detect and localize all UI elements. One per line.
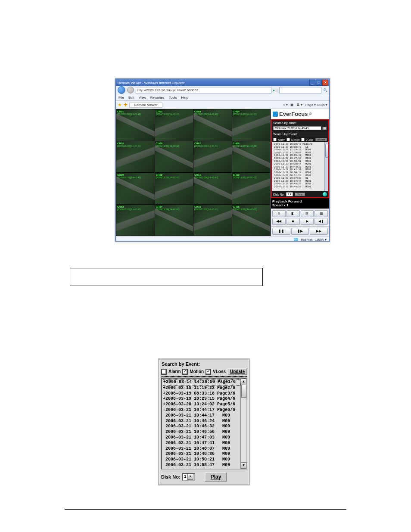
- close-button[interactable]: ✕: [322, 80, 328, 86]
- event-list[interactable]: +2006-03-14 14:26:50 Page1/6 +2006-03-15…: [161, 378, 247, 470]
- search-time-value[interactable]: 2006 Nov 29 Wed 14 40 43: [273, 126, 321, 130]
- list-item[interactable]: 2006-03-21 10:46:32 M09: [163, 424, 246, 429]
- list-item[interactable]: 2006-03-21 10:46:56 M09: [163, 429, 246, 435]
- camera-tile[interactable]: CH14[2006/11/29][14:40:42]: [155, 205, 193, 236]
- stop-button[interactable]: ■: [286, 218, 300, 225]
- list-item[interactable]: 2006-03-21 10:48:07 M09: [163, 446, 246, 452]
- chevron-down-icon[interactable]: ▼: [187, 474, 193, 480]
- toolbar-right[interactable]: ⌂ ▾ ▣ 🖶 ▾ Page ▾ Tools ▾: [283, 103, 327, 107]
- side-event-filters: Alarm Motion VLoss Update: [272, 137, 328, 142]
- filter-vloss-checkbox[interactable]: [206, 369, 211, 375]
- camera-tile[interactable]: CH04[2006/11/29][14:40:42]: [232, 109, 271, 141]
- search-box[interactable]: [279, 87, 321, 93]
- add-favorite-icon[interactable]: ✚: [124, 102, 128, 108]
- list-item[interactable]: +2006-03-14 14:26:50 Page1/6: [163, 379, 240, 386]
- pause-button[interactable]: ❚❚: [272, 228, 290, 235]
- side-disk-select[interactable]: 1 ▾: [286, 192, 293, 196]
- camera-tile[interactable]: CH12[2006/11/29][14:40:42]: [232, 173, 271, 204]
- highlighted-panel: Search by Time: 2006 Nov 29 Wed 14 40 43…: [271, 119, 329, 198]
- list-item[interactable]: 2006-03-21 10:46:24 M09: [163, 419, 246, 424]
- view-split-button[interactable]: ◧: [286, 210, 300, 217]
- scroll-up-icon[interactable]: ▲: [241, 379, 246, 385]
- search-icon[interactable]: 🔍: [323, 88, 327, 92]
- forward-button[interactable]: [127, 87, 134, 93]
- update-button[interactable]: Update: [227, 368, 247, 375]
- filter-alarm-checkbox[interactable]: [273, 138, 277, 141]
- camera-grid: CH01[2006/11/29][14:40:42] CH02[2006/11/…: [116, 109, 271, 236]
- camera-tile[interactable]: CH07[2006/11/29][14:40:42]: [193, 141, 232, 173]
- camera-tile[interactable]: CH11[2006/11/29][14:40:42]: [193, 173, 232, 204]
- search-by-time-label: Search by Time:: [272, 120, 328, 126]
- filter-motion-checkbox[interactable]: [182, 369, 188, 375]
- list-item[interactable]: 2006-03-21 10:58:47 M09: [163, 463, 246, 468]
- playback-controls-row2: ❚❚ ❚▶ ▶▶: [271, 226, 329, 236]
- camera-tile[interactable]: CH10[2006/11/29][14:40:42]: [155, 173, 193, 204]
- list-item[interactable]: 2006-03-21 10:44:17 M09: [163, 413, 246, 419]
- filter-alarm-checkbox[interactable]: [161, 369, 167, 375]
- search-by-event-label: Search by Event:: [272, 131, 328, 137]
- side-event-list[interactable]: -2006-11-28 15:39:49 Page1/1 2006-11-28 …: [272, 142, 328, 191]
- disk-no-select[interactable]: 1 ▼: [182, 473, 195, 481]
- play-button[interactable]: ▶: [301, 218, 314, 225]
- favorites-star-icon[interactable]: ★: [118, 102, 122, 108]
- brand-logo: EverFocus®: [271, 109, 329, 119]
- scroll-down-icon[interactable]: ▼: [241, 462, 246, 469]
- list-item[interactable]: +2006-03-15 11:19:23 Page2/6: [163, 386, 246, 391]
- camera-tile[interactable]: CH06[2006/11/29][14:40:42]: [155, 141, 193, 173]
- rewind-button[interactable]: ◀◀: [272, 218, 286, 225]
- view-grid-button[interactable]: ▦: [314, 210, 328, 217]
- camera-tile[interactable]: CH02[2006/11/29][14:40:42]: [155, 109, 193, 141]
- feeds-icon[interactable]: ▣: [290, 103, 294, 107]
- scroll-thumb[interactable]: [241, 385, 246, 398]
- filter-motion-checkbox[interactable]: [286, 138, 290, 141]
- logo-mark: [273, 112, 278, 117]
- camera-tile[interactable]: CH15[2006/11/29][14:40:42]: [193, 205, 232, 236]
- play-button[interactable]: Play: [205, 472, 227, 482]
- panel-bottom-row: Disk No: 1 ▼ Play: [161, 472, 247, 482]
- camera-tile[interactable]: CH08[2006/11/29][14:40:42]: [232, 141, 271, 173]
- list-item[interactable]: 2006-03-21 10:47:41 M09: [163, 441, 246, 446]
- list-item[interactable]: 2006-03-21 10:50:21 M09: [163, 457, 246, 463]
- list-item[interactable]: 2006-03-21 10:47:03 M09: [163, 435, 246, 441]
- camera-tile[interactable]: CH03[2006/11/29][14:40:42]: [193, 109, 232, 141]
- camera-tile[interactable]: CH16[2006/11/29][14:40:42]: [232, 205, 271, 236]
- side-stop-button[interactable]: Stop: [295, 193, 305, 196]
- side-update-button[interactable]: Update: [315, 138, 327, 141]
- minimize-button[interactable]: _: [309, 80, 315, 86]
- go-button[interactable]: ▸: [273, 88, 275, 92]
- print-icon[interactable]: 🖶 ▾: [296, 103, 302, 107]
- list-item[interactable]: +2006-03-19 18:29:15 Page4/6: [163, 396, 246, 402]
- list-item[interactable]: -2006-03-21 10:44:17 Page6/6: [163, 408, 246, 413]
- event-list-scrollbar[interactable]: ▲ ▼: [240, 379, 246, 469]
- ie-browser-window: Remote Viewer - Windows Internet Explore…: [115, 78, 330, 242]
- list-item[interactable]: +2006-03-19 08:33:18 Page3/6: [163, 391, 246, 397]
- step-fwd-button[interactable]: ❚▶: [291, 228, 309, 235]
- side-scrollbar[interactable]: [324, 142, 328, 191]
- window-buttons: _ □ ✕: [309, 80, 328, 86]
- address-bar[interactable]: http://2220.228.96.1/login.htm#1600062: [136, 87, 271, 93]
- disk-no-label: Disk No:: [161, 474, 181, 479]
- fastfwd-button[interactable]: ▶▶: [310, 228, 328, 235]
- maximize-button[interactable]: □: [316, 80, 322, 86]
- back-button[interactable]: [118, 86, 125, 94]
- step-back-button[interactable]: ◀❚: [314, 218, 328, 225]
- filter-vloss-checkbox[interactable]: [301, 138, 305, 141]
- tab-remote-viewer[interactable]: Remote Viewer: [129, 102, 162, 108]
- zoom-label[interactable]: 100% ▾: [315, 238, 327, 242]
- panel-title: Search by Event:: [162, 361, 247, 367]
- list-item[interactable]: 2006-03-21 10:48:36 M09: [163, 451, 246, 457]
- menu-bar[interactable]: File Edit View Favorites Tools Help: [116, 94, 329, 101]
- calendar-icon[interactable]: ▦: [322, 127, 327, 130]
- camera-tile[interactable]: CH09[2006/11/29][14:40:42]: [116, 173, 155, 204]
- tab-toolbar: ★ ✚ Remote Viewer ⌂ ▾ ▣ 🖶 ▾ Page ▾ Tools…: [116, 101, 329, 109]
- home-icon[interactable]: ⌂ ▾: [283, 103, 288, 107]
- view-single-button[interactable]: ⎙: [272, 210, 286, 217]
- status-bar: 🌐 Internet 100% ▾: [116, 236, 329, 242]
- camera-tile[interactable]: CH13[2006/11/29][14:40:42]: [116, 205, 155, 236]
- camera-tile[interactable]: CH01[2006/11/29][14:40:42]: [116, 109, 155, 141]
- page-body: CH01[2006/11/29][14:40:42] CH02[2006/11/…: [116, 109, 329, 236]
- camera-tile[interactable]: CH05[2006/11/29][14:40:42]: [116, 141, 155, 173]
- page-footer-rule: [65, 509, 346, 510]
- list-item[interactable]: +2006-03-20 13:24:02 Page5/6: [163, 402, 246, 408]
- view-quad-button[interactable]: ⊞: [301, 210, 314, 217]
